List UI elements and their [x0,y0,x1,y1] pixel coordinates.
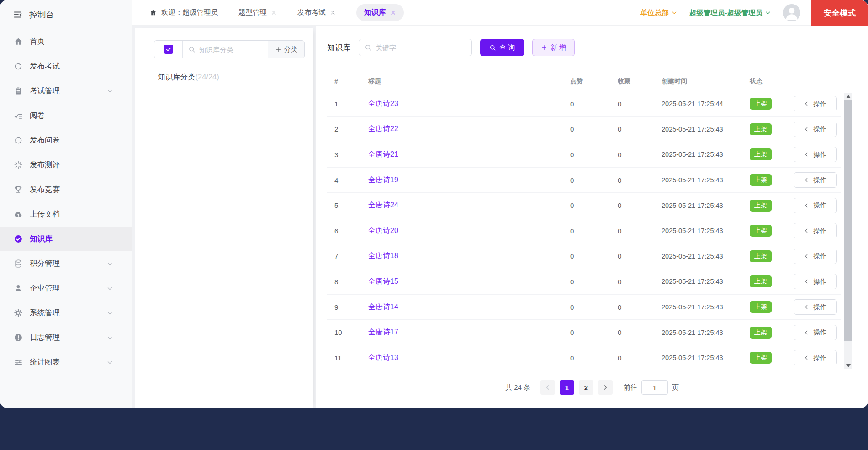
sidebar-item[interactable]: 日志管理 [0,325,132,350]
action-button[interactable]: 操作 [794,122,837,137]
row-title-link[interactable]: 全唐诗19 [368,176,398,184]
row-title-link[interactable]: 全唐诗14 [368,303,398,311]
search-icon [188,46,196,53]
action-button[interactable]: 操作 [794,147,837,162]
action-button[interactable]: 操作 [794,198,837,213]
row-created: 2025-05-21 17:25:43 [657,329,746,336]
row-favorites: 0 [613,100,657,108]
action-button[interactable]: 操作 [794,274,837,289]
org-label: 单位总部 [640,8,669,18]
chevron-left-icon [804,279,809,284]
row-title-link[interactable]: 全唐诗15 [368,277,398,285]
status-badge: 上架 [750,123,772,135]
category-search [183,41,268,58]
chevron-down-icon [671,10,677,16]
sidebar-item[interactable]: 系统管理 [0,301,132,325]
add-category-label: 分类 [284,45,298,54]
sidebar-item[interactable]: 发布考试 [0,54,132,79]
chevron-right-icon [602,384,609,391]
row-title-link[interactable]: 全唐诗22 [368,125,398,132]
row-created: 2025-05-21 17:25:43 [657,253,746,260]
row-index: 8 [327,278,360,286]
tab[interactable]: 欢迎：超级管理员 [149,8,218,17]
row-title-link[interactable]: 全唐诗20 [368,227,398,234]
scroll-down-icon[interactable] [844,362,852,369]
survey-icon [14,136,23,145]
row-title-link[interactable]: 全唐诗13 [368,354,398,361]
sidebar-item-label: 发布竞赛 [30,185,120,195]
page-button[interactable]: 1 [560,380,574,395]
tab[interactable]: 知识库 [356,4,404,21]
scroll-thumb[interactable] [844,100,852,341]
tab-close-icon[interactable] [271,10,277,16]
page-button[interactable]: 2 [579,380,593,395]
sidebar-item[interactable]: 积分管理 [0,251,132,276]
row-likes: 0 [566,151,613,159]
sidebar-item[interactable]: 发布测评 [0,153,132,177]
tab[interactable]: 发布考试 [297,8,336,17]
category-search-input[interactable] [199,46,268,53]
coins-icon [14,259,23,268]
sidebar-item[interactable]: 发布竞赛 [0,177,132,202]
sidebar-item-label: 企业管理 [30,283,106,293]
chevron-left-icon [804,101,809,106]
chevron-left-icon [804,355,809,360]
row-index: 7 [327,252,360,260]
sidebar-item-label: 上传文档 [30,209,120,219]
sidebar-item[interactable]: 统计图表 [0,350,132,375]
action-button[interactable]: 操作 [794,325,837,340]
keyword-input[interactable] [376,44,471,52]
chevron-down-icon [106,310,113,317]
tab-close-icon[interactable] [330,10,336,16]
row-title-link[interactable]: 全唐诗24 [368,201,398,209]
sidebar-item[interactable]: 发布问卷 [0,128,132,153]
row-index: 6 [327,227,360,235]
sidebar-item[interactable]: 企业管理 [0,276,132,301]
prev-page-button[interactable] [540,380,555,395]
table-row: 10 全唐诗17 0 0 2025-05-21 17:25:43 上架 操作 [327,320,841,345]
safe-mode-button[interactable]: 安全模式 [811,0,868,26]
sidebar-item[interactable]: 考试管理 [0,79,132,103]
row-title-link[interactable]: 全唐诗18 [368,252,398,259]
sidebar-item[interactable]: 知识库 [0,227,132,251]
action-button[interactable]: 操作 [794,172,837,188]
row-favorites: 0 [613,125,657,133]
tab[interactable]: 题型管理 [238,8,277,17]
trophy-icon [14,185,23,194]
action-button[interactable]: 操作 [794,299,837,315]
sidebar-item[interactable]: 首页 [0,29,132,54]
action-button[interactable]: 操作 [794,350,837,365]
action-button[interactable]: 操作 [794,223,837,238]
row-favorites: 0 [613,252,657,260]
goto-input[interactable] [641,380,668,395]
row-title-link[interactable]: 全唐诗21 [368,150,398,158]
query-button[interactable]: 查 询 [480,39,524,56]
org-dropdown[interactable]: 单位总部 [640,8,677,18]
status-badge: 上架 [750,225,772,237]
table-header: # 标题 点赞 收藏 创建时间 状态 [327,71,841,91]
add-category-button[interactable]: 分类 [268,41,304,58]
tab-close-icon[interactable] [390,10,396,16]
row-title-link[interactable]: 全唐诗23 [368,100,398,107]
scroll-up-icon[interactable] [844,93,852,100]
table-row: 7 全唐诗18 0 0 2025-05-21 17:25:43 上架 操作 [327,244,841,270]
home-icon [14,37,23,46]
action-button[interactable]: 操作 [794,96,837,111]
sidebar-item[interactable]: 上传文档 [0,202,132,227]
console-collapse-toggle[interactable]: 控制台 [0,0,132,29]
sidebar: 控制台 首页 发布考试 [0,0,132,408]
sidebar-item[interactable]: 阅卷 [0,103,132,128]
row-index: 1 [327,100,360,108]
status-badge: 上架 [750,148,772,160]
goto-suffix: 页 [672,383,679,392]
avatar[interactable] [783,4,800,21]
row-favorites: 0 [613,201,657,209]
next-page-button[interactable] [598,380,613,395]
row-title-link[interactable]: 全唐诗17 [368,328,398,336]
sidebar-item-label: 首页 [30,37,120,47]
table-scrollbar[interactable] [844,93,852,369]
select-all-checkbox[interactable] [164,45,173,54]
action-button[interactable]: 操作 [794,249,837,264]
add-button[interactable]: 新 增 [532,39,575,56]
user-dropdown[interactable]: 超级管理员-超级管理员 [689,8,771,18]
